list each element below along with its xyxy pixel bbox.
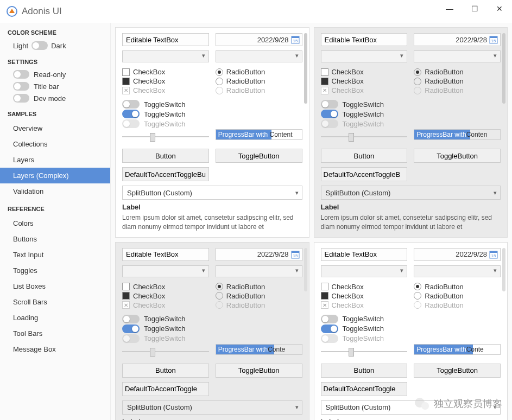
- sidebar-item-collections[interactable]: Collections: [0, 136, 110, 152]
- minimize-button[interactable]: —: [437, 0, 462, 17]
- combo-box-1[interactable]: [321, 50, 408, 62]
- radio-checked[interactable]: [414, 283, 421, 290]
- svg-rect-2: [292, 36, 299, 38]
- checkbox-checked[interactable]: ■: [122, 292, 130, 300]
- combo-box-1[interactable]: [122, 265, 209, 277]
- editable-textbox[interactable]: [321, 33, 408, 46]
- checkbox-checked[interactable]: ■: [321, 78, 328, 85]
- toggle-on[interactable]: [122, 110, 140, 118]
- titlebar-toggle[interactable]: [13, 82, 29, 91]
- toggle-off[interactable]: [122, 100, 140, 109]
- checkbox-checked[interactable]: ■: [321, 292, 328, 300]
- sidebar-item-validation[interactable]: Validation: [0, 183, 110, 199]
- default-accent-toggle-button[interactable]: DefaultToAccentToggleBu: [122, 167, 209, 181]
- button[interactable]: Button: [321, 364, 408, 378]
- toggle-on[interactable]: [122, 324, 140, 333]
- toggle-off[interactable]: [321, 100, 338, 109]
- toggle-button[interactable]: ToggleButton: [216, 364, 302, 378]
- label-heading: Label: [321, 203, 501, 211]
- sidebar-item-buttons[interactable]: Buttons: [0, 231, 110, 247]
- combo-box-1[interactable]: [321, 265, 408, 277]
- split-button[interactable]: SplitButton (Custom): [122, 400, 302, 415]
- slider[interactable]: [122, 346, 209, 357]
- split-button[interactable]: SplitButton (Custom): [321, 186, 501, 200]
- sidebar-item-list-boxes[interactable]: List Boxes: [0, 278, 110, 294]
- readonly-toggle[interactable]: [13, 70, 29, 79]
- sidebar-item-layers-complex[interactable]: Layers (Complex): [0, 168, 110, 183]
- checkbox-unchecked[interactable]: [122, 68, 130, 76]
- sidebar-item-overview[interactable]: Overview: [0, 120, 110, 136]
- default-accent-toggle-button[interactable]: DefaultToAccentToggle: [321, 382, 408, 396]
- sidebar-item-colors[interactable]: Colors: [0, 215, 110, 231]
- radio-unchecked[interactable]: [414, 78, 421, 85]
- combo-box-1[interactable]: [122, 50, 209, 62]
- svg-text:15: 15: [491, 39, 496, 43]
- toggle-off[interactable]: [321, 315, 338, 323]
- titlebar-label: Title bar: [34, 82, 59, 91]
- close-button[interactable]: ✕: [487, 0, 512, 17]
- slider[interactable]: [321, 346, 408, 357]
- button[interactable]: Button: [122, 364, 209, 378]
- default-accent-toggle-button[interactable]: DefaultToAccentToggleB: [321, 167, 408, 181]
- toggle-on[interactable]: [321, 110, 338, 118]
- sidebar-item-scroll-bars[interactable]: Scroll Bars: [0, 294, 110, 310]
- slider[interactable]: [122, 131, 209, 142]
- editable-textbox[interactable]: [122, 248, 209, 261]
- combo-box-2[interactable]: [414, 265, 501, 277]
- slider[interactable]: [321, 131, 408, 142]
- color-scheme-toggle[interactable]: [31, 41, 48, 50]
- label-heading: Label: [122, 418, 302, 420]
- radio-unchecked[interactable]: [414, 292, 421, 300]
- button[interactable]: Button: [122, 149, 209, 163]
- panel-scrollbar[interactable]: [502, 248, 505, 291]
- checkbox-unchecked[interactable]: [122, 283, 130, 290]
- toggle-off[interactable]: [122, 315, 140, 323]
- sidebar-item-layers[interactable]: Layers: [0, 152, 110, 168]
- radio-checked[interactable]: [216, 283, 223, 290]
- toggle-on[interactable]: [321, 324, 338, 333]
- checkbox-label: CheckBox: [133, 68, 165, 76]
- radio-unchecked[interactable]: [216, 292, 223, 300]
- svg-text:15: 15: [293, 253, 298, 258]
- toggle-button[interactable]: ToggleButton: [414, 149, 501, 163]
- panel-scrollbar[interactable]: [304, 248, 307, 291]
- radio-checked[interactable]: [216, 68, 223, 76]
- devmode-toggle[interactable]: [13, 94, 29, 103]
- sidebar-heading-settings: SETTINGS: [0, 52, 110, 68]
- panel-scrollbar[interactable]: [502, 33, 505, 104]
- combo-box-2[interactable]: [414, 50, 501, 62]
- split-button[interactable]: SplitButton (Custom): [122, 186, 302, 200]
- radio-unchecked[interactable]: [216, 78, 223, 85]
- checkbox-checked[interactable]: ■: [122, 78, 130, 85]
- sidebar-item-tool-bars[interactable]: Tool Bars: [0, 326, 110, 341]
- sidebar-item-message-box[interactable]: Message Box: [0, 341, 110, 357]
- checkbox-unchecked[interactable]: [321, 68, 328, 76]
- date-picker[interactable]: 2022/9/2815: [414, 248, 501, 261]
- date-picker[interactable]: 2022/9/2815: [414, 33, 501, 46]
- button[interactable]: Button: [321, 149, 408, 163]
- svg-rect-5: [490, 36, 497, 38]
- sidebar-item-text-input[interactable]: Text Input: [0, 247, 110, 263]
- radio-checked[interactable]: [414, 68, 421, 76]
- editable-textbox[interactable]: [321, 248, 408, 261]
- sidebar-item-loading[interactable]: Loading: [0, 310, 110, 326]
- combo-box-2[interactable]: [216, 50, 302, 62]
- label-heading: Label: [122, 203, 302, 211]
- panel-scrollbar[interactable]: [304, 33, 307, 104]
- combo-box-2[interactable]: [216, 265, 302, 277]
- calendar-icon: 15: [489, 35, 498, 44]
- maximize-button[interactable]: ☐: [462, 0, 487, 17]
- date-picker[interactable]: 2022/9/2815: [216, 33, 302, 46]
- titlebar: Adonis UI — ☐ ✕: [0, 0, 512, 23]
- checkbox-unchecked[interactable]: [321, 283, 328, 290]
- toggle-button[interactable]: ToggleButton: [414, 364, 501, 378]
- svg-rect-11: [490, 251, 497, 253]
- default-accent-toggle-button[interactable]: DefaultToAccentToggle: [122, 382, 209, 396]
- date-picker[interactable]: 2022/9/2815: [216, 248, 302, 261]
- readonly-label: Read-only: [34, 71, 66, 79]
- editable-textbox[interactable]: [122, 33, 209, 46]
- sidebar-item-toggles[interactable]: Toggles: [0, 263, 110, 278]
- demo-panel-2: 2022/9/2815 CheckBox ■CheckBox ✕CheckBox…: [314, 27, 508, 238]
- split-button[interactable]: SplitButton (Custom): [321, 400, 501, 415]
- toggle-button[interactable]: ToggleButton: [216, 149, 302, 163]
